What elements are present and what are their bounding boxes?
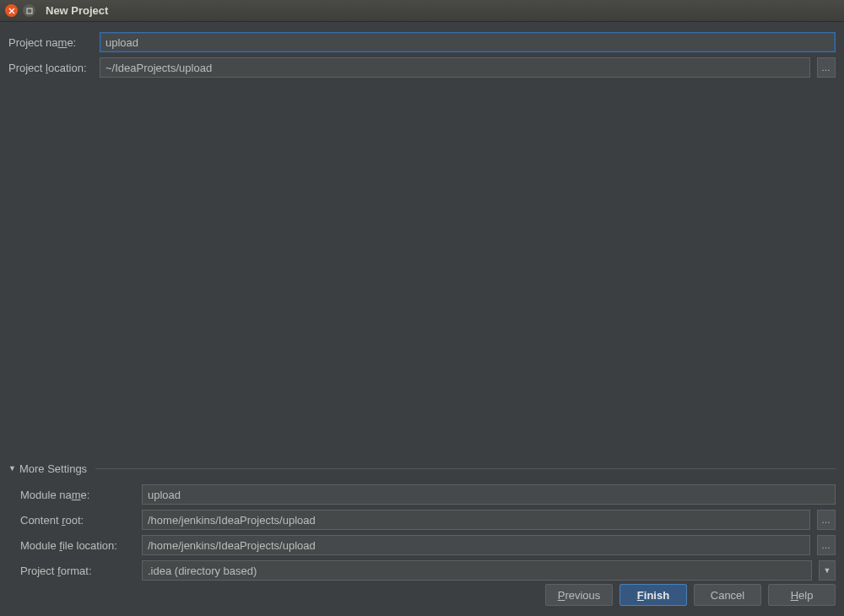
module-file-row: Module file location: … bbox=[20, 535, 836, 555]
button-bar: Previous Finish Cancel Help bbox=[545, 584, 836, 606]
ellipsis-icon: … bbox=[821, 515, 831, 525]
more-settings-body: Module name: Content root: … Module file… bbox=[8, 476, 836, 581]
help-button[interactable]: Help bbox=[768, 584, 836, 606]
module-file-input[interactable] bbox=[142, 535, 810, 555]
ellipsis-icon: … bbox=[821, 62, 831, 73]
more-settings-section: ▼ More Settings Module name: Content roo… bbox=[8, 461, 836, 586]
titlebar: New Project bbox=[0, 0, 844, 22]
content-root-input[interactable] bbox=[142, 510, 810, 530]
project-name-input[interactable] bbox=[100, 32, 836, 52]
cancel-button[interactable]: Cancel bbox=[694, 584, 761, 606]
dialog-content: Project name: Project location: … ▼ More… bbox=[0, 22, 844, 616]
close-icon[interactable] bbox=[5, 4, 18, 17]
project-format-row: Project format: .idea (directory based) … bbox=[20, 560, 836, 581]
chevron-down-icon: ▼ bbox=[824, 566, 831, 575]
module-file-browse-button[interactable]: … bbox=[817, 535, 836, 555]
more-settings-label: More Settings bbox=[19, 462, 87, 475]
previous-button[interactable]: Previous bbox=[545, 584, 613, 606]
project-format-value: .idea (directory based) bbox=[148, 565, 257, 577]
module-name-row: Module name: bbox=[20, 484, 836, 505]
content-root-browse-button[interactable]: … bbox=[817, 510, 836, 530]
project-format-label: Project format: bbox=[20, 565, 135, 577]
minimize-icon[interactable] bbox=[23, 4, 35, 17]
ellipsis-icon: … bbox=[821, 540, 831, 550]
project-format-dropdown-button[interactable]: ▼ bbox=[819, 560, 836, 581]
project-location-input[interactable] bbox=[100, 57, 810, 78]
separator bbox=[95, 468, 836, 469]
module-file-label: Module file location: bbox=[20, 539, 135, 552]
chevron-down-icon: ▼ bbox=[8, 464, 16, 473]
project-location-browse-button[interactable]: … bbox=[817, 57, 836, 78]
project-format-select[interactable]: .idea (directory based) bbox=[142, 560, 812, 581]
more-settings-toggle[interactable]: ▼ More Settings bbox=[8, 461, 836, 476]
content-root-row: Content root: … bbox=[20, 510, 836, 530]
window-title: New Project bbox=[46, 4, 108, 17]
content-root-label: Content root: bbox=[20, 514, 135, 527]
finish-button[interactable]: Finish bbox=[619, 584, 687, 606]
module-name-input[interactable] bbox=[142, 484, 836, 505]
project-location-row: Project location: … bbox=[8, 57, 836, 78]
module-name-label: Module name: bbox=[20, 489, 135, 501]
project-name-row: Project name: bbox=[8, 32, 836, 52]
project-name-label: Project name: bbox=[8, 36, 93, 49]
svg-rect-0 bbox=[27, 8, 32, 14]
project-location-label: Project location: bbox=[8, 62, 93, 74]
